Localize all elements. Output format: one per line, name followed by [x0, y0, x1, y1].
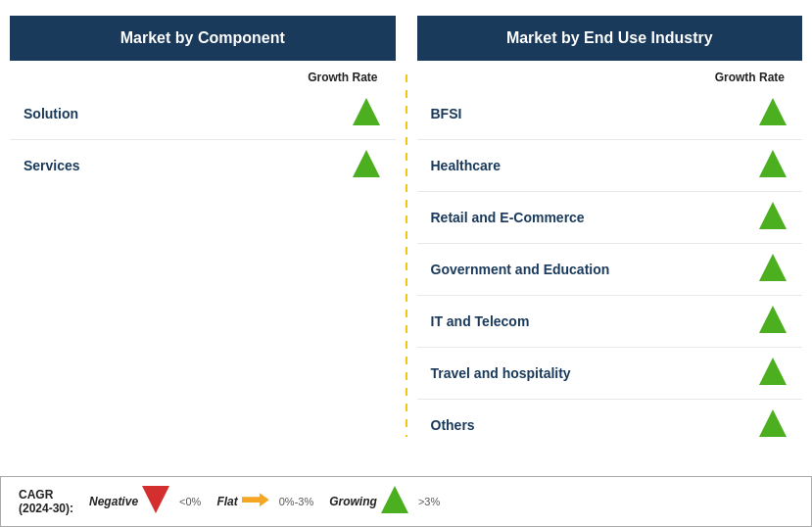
list-item: IT and Telecom: [417, 296, 803, 348]
list-item: Retail and E-Commerce: [417, 192, 803, 244]
item-label-healthcare: Healthcare: [431, 158, 502, 173]
left-panel: Market by Component Growth Rate Solution…: [10, 16, 396, 476]
arrow-up-green-icon: [759, 254, 792, 285]
dashed-line: [406, 74, 407, 437]
item-label-it-telecom: IT and Telecom: [431, 313, 530, 329]
arrow-right-orange-icon: [242, 493, 275, 510]
arrow-up-green-icon: [353, 150, 386, 181]
item-label-travel: Travel and hospitality: [431, 365, 571, 381]
left-growth-rate-label: Growth Rate: [308, 71, 377, 84]
item-label-others: Others: [431, 417, 475, 433]
right-panel-title: Market by End Use Industry: [417, 16, 803, 61]
legend-negative: Negative <0%: [89, 486, 201, 517]
arrow-up-green-icon: [381, 486, 414, 517]
legend-cagr-label: CAGR(2024-30):: [19, 488, 73, 515]
list-item: Solution: [10, 88, 396, 140]
list-item: Government and Education: [417, 244, 803, 296]
item-label-retail: Retail and E-Commerce: [431, 210, 585, 225]
list-item: Others: [417, 400, 803, 451]
item-label-government: Government and Education: [431, 262, 610, 277]
list-item: Travel and hospitality: [417, 348, 803, 400]
item-label-services: Services: [24, 158, 80, 173]
arrow-down-red-icon: [142, 486, 175, 517]
right-panel: Market by End Use Industry Growth Rate B…: [417, 16, 803, 476]
legend-negative-label: Negative: [89, 495, 138, 508]
arrow-up-green-icon: [759, 306, 792, 337]
right-growth-rate-label: Growth Rate: [715, 71, 785, 84]
legend-growing: Growing >3%: [329, 486, 440, 517]
panel-divider: [406, 16, 407, 476]
item-label-solution: Solution: [24, 106, 78, 121]
legend-growing-range: >3%: [418, 496, 440, 507]
list-item: Healthcare: [417, 140, 803, 192]
legend-flat-range: 0%-3%: [279, 496, 313, 507]
list-item: Services: [10, 140, 396, 191]
left-items-list: Solution Services: [10, 88, 396, 191]
right-items-list: BFSI Healthcare Retail and E-Commerce Go…: [417, 88, 803, 451]
arrow-up-green-icon: [759, 150, 792, 181]
legend-flat-label: Flat: [216, 495, 237, 508]
arrow-up-green-icon: [759, 202, 792, 233]
legend-flat: Flat 0%-3%: [216, 493, 313, 510]
arrow-up-green-icon: [759, 409, 792, 441]
legend-growing-label: Growing: [329, 495, 377, 508]
arrow-up-green-icon: [759, 98, 792, 129]
list-item: BFSI: [417, 88, 803, 140]
arrow-up-green-icon: [353, 98, 386, 129]
legend-negative-range: <0%: [179, 496, 201, 507]
main-container: Market by Component Growth Rate Solution…: [0, 0, 812, 476]
left-panel-title: Market by Component: [10, 16, 396, 61]
item-label-bfsi: BFSI: [431, 106, 462, 121]
legend-bar: CAGR(2024-30): Negative <0% Flat 0%-3% G…: [0, 476, 812, 527]
arrow-up-green-icon: [759, 358, 792, 389]
